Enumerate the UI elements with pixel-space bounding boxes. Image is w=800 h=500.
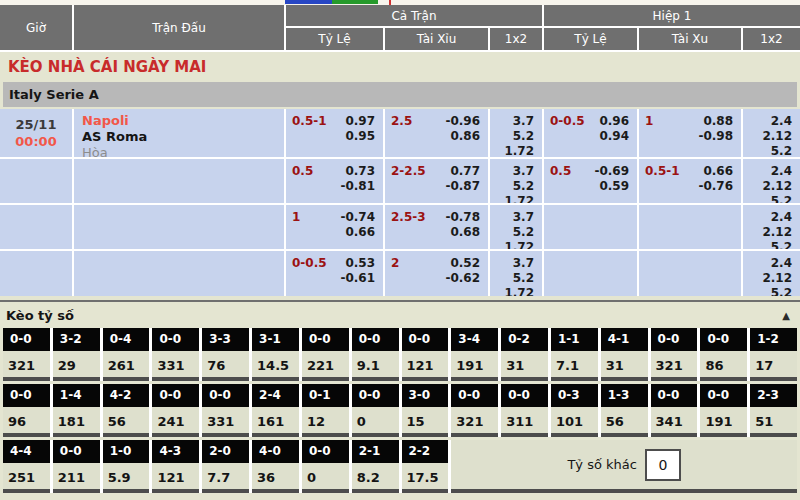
odds-value[interactable]: 0.68 [385, 225, 480, 240]
score-odds[interactable]: 331 [202, 407, 249, 437]
odds-value[interactable]: 3.7 [490, 114, 534, 129]
odds-value[interactable]: 5.2 [490, 225, 534, 240]
score-odds[interactable]: 311 [501, 407, 548, 437]
odds-cell-h1-1x2[interactable]: 2.4 2.12 5.2 [743, 159, 800, 203]
score-cell[interactable]: 0-0331 [202, 384, 249, 437]
match-teams-cell[interactable]: Napoli AS Roma Hòa [74, 109, 284, 157]
odds-cell-h1-1x2[interactable]: 2.4 2.12 5.2 [743, 109, 800, 157]
score-odds[interactable]: 321 [651, 351, 698, 381]
odds-value[interactable]: 5.2 [743, 286, 792, 296]
score-odds[interactable]: 0 [352, 407, 399, 437]
odds-cell-ft-1x2[interactable]: 3.7 5.2 1.72 [490, 251, 542, 296]
score-cell[interactable]: 4-4251 [3, 440, 50, 493]
away-team[interactable]: AS Roma [82, 129, 284, 145]
score-cell[interactable]: 0-0321 [451, 384, 498, 437]
odds-cell-ft-1x2[interactable]: 3.7 5.2 1.72 [490, 205, 542, 249]
odds-value[interactable]: 2.4 [743, 164, 792, 179]
score-cell[interactable]: 0-3101 [551, 384, 598, 437]
odds-value[interactable]: 0.86 [385, 129, 480, 144]
odds-value[interactable]: -0.76 [639, 179, 733, 194]
score-cell[interactable]: 2-4161 [252, 384, 299, 437]
score-odds[interactable]: 211 [53, 463, 100, 493]
score-odds[interactable]: 261 [103, 351, 150, 381]
odds-cell-h1-overunder[interactable]: 1 0.88 -0.98 [639, 109, 741, 157]
odds-value[interactable]: 2.4 [743, 114, 792, 129]
odds-cell-ft-1x2[interactable]: 3.7 5.2 1.72 [490, 159, 542, 203]
score-odds[interactable]: 5.9 [103, 463, 150, 493]
score-odds[interactable]: 14.5 [252, 351, 299, 381]
odds-value[interactable]: -0.81 [286, 179, 375, 194]
odds-value[interactable]: 2.4 [743, 210, 792, 225]
odds-value[interactable]: 1.72 [490, 144, 534, 157]
score-cell[interactable]: 0-0191 [700, 384, 747, 437]
odds-value[interactable]: 0.95 [286, 129, 375, 144]
collapse-icon[interactable]: ▲ [782, 310, 790, 321]
score-odds[interactable]: 101 [551, 407, 598, 437]
odds-cell-h1-handicap[interactable]: 0.5 -0.69 0.59 [544, 159, 637, 203]
score-odds[interactable]: 161 [252, 407, 299, 437]
odds-cell-h1-1x2[interactable]: 2.4 2.12 5.2 [743, 251, 800, 296]
score-odds[interactable]: 9.1 [352, 351, 399, 381]
odds-value[interactable]: 2.4 [743, 256, 792, 271]
score-odds[interactable]: 341 [651, 407, 698, 437]
odds-value[interactable]: 3.7 [490, 164, 534, 179]
odds-cell-ft-overunder[interactable]: 2 0.52 -0.62 [385, 251, 488, 296]
odds-cell-ft-overunder[interactable]: 2-2.5 0.77 -0.87 [385, 159, 488, 203]
odds-value[interactable]: 1.72 [490, 240, 534, 249]
score-odds[interactable]: 86 [700, 351, 747, 381]
odds-value[interactable]: 1.72 [490, 286, 534, 296]
home-team[interactable]: Napoli [82, 113, 284, 129]
odds-value[interactable]: -0.62 [385, 271, 480, 286]
odds-cell-ft-handicap[interactable]: 1 -0.74 0.66 [286, 205, 383, 249]
score-odds[interactable]: 15 [402, 407, 449, 437]
score-odds[interactable]: 56 [103, 407, 150, 437]
score-cell[interactable]: 3-229 [53, 328, 100, 381]
score-cell[interactable]: 4-131 [601, 328, 648, 381]
odds-value[interactable]: 0.66 [286, 225, 375, 240]
score-odds[interactable]: 331 [152, 351, 199, 381]
score-odds[interactable]: 0 [302, 463, 349, 493]
odds-value[interactable]: 5.2 [490, 271, 534, 286]
score-odds[interactable]: 31 [601, 351, 648, 381]
odds-value[interactable]: 5.2 [490, 129, 534, 144]
score-cell[interactable]: 4-036 [252, 440, 299, 493]
score-cell[interactable]: 1-05.9 [103, 440, 150, 493]
score-odds[interactable]: 7.7 [202, 463, 249, 493]
odds-value[interactable]: 5.2 [743, 144, 792, 157]
score-odds[interactable]: 51 [750, 407, 797, 437]
score-odds[interactable]: 191 [700, 407, 747, 437]
score-cell[interactable]: 4-3121 [152, 440, 199, 493]
score-cell[interactable]: 0-0331 [152, 328, 199, 381]
odds-cell-ft-handicap[interactable]: 0-0.5 0.53 -0.61 [286, 251, 383, 296]
odds-value[interactable]: -0.98 [639, 129, 733, 144]
score-cell[interactable]: 3-376 [202, 328, 249, 381]
odds-cell-h1-1x2[interactable]: 2.4 2.12 5.2 [743, 205, 800, 249]
odds-value[interactable]: 2.12 [743, 271, 792, 286]
odds-cell-ft-handicap[interactable]: 0.5-1 0.97 0.95 [286, 109, 383, 157]
score-odds[interactable]: 241 [152, 407, 199, 437]
score-cell[interactable]: 1-4181 [53, 384, 100, 437]
score-cell[interactable]: 0-0321 [3, 328, 50, 381]
odds-value[interactable]: 2.12 [743, 179, 792, 194]
score-cell[interactable]: 0-0121 [402, 328, 449, 381]
score-odds[interactable]: 29 [53, 351, 100, 381]
score-odds[interactable]: 31 [501, 351, 548, 381]
score-cell[interactable]: 0-231 [501, 328, 548, 381]
score-odds[interactable]: 96 [3, 407, 50, 437]
score-odds[interactable]: 12 [302, 407, 349, 437]
score-cell[interactable]: 4-256 [103, 384, 150, 437]
score-cell[interactable]: 2-07.7 [202, 440, 249, 493]
score-odds[interactable]: 36 [252, 463, 299, 493]
score-cell[interactable]: 0-0211 [53, 440, 100, 493]
odds-cell-h1-overunder[interactable]: 0.5-1 0.66 -0.76 [639, 159, 741, 203]
odds-value[interactable]: 3.7 [490, 256, 534, 271]
score-cell[interactable]: 2-217.5 [402, 440, 449, 493]
odds-cell-ft-handicap[interactable]: 0.5 0.73 -0.81 [286, 159, 383, 203]
odds-value[interactable]: -0.61 [286, 271, 375, 286]
odds-value[interactable]: 2.12 [743, 129, 792, 144]
score-odds[interactable]: 321 [451, 407, 498, 437]
score-odds[interactable]: 56 [601, 407, 648, 437]
score-odds[interactable]: 321 [3, 351, 50, 381]
score-cell[interactable]: 0-00 [352, 384, 399, 437]
odds-cell-ft-overunder[interactable]: 2.5-3 -0.78 0.68 [385, 205, 488, 249]
